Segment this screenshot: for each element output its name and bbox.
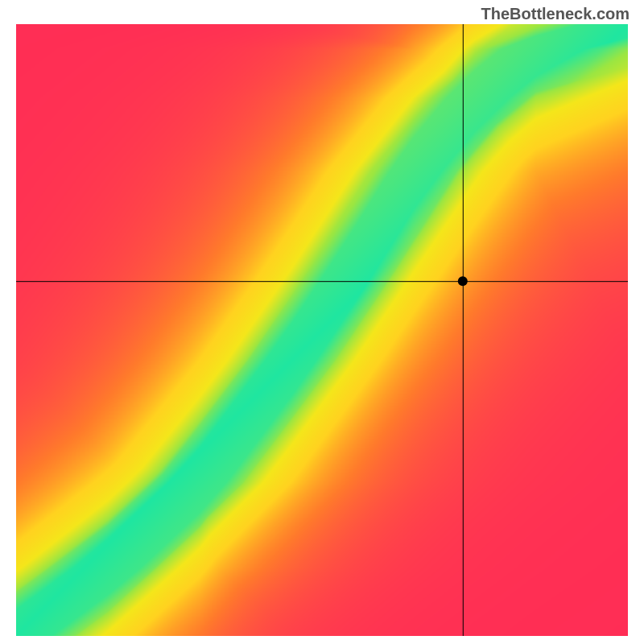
watermark-text: TheBottleneck.com [481,5,630,23]
heatmap-canvas [16,24,628,636]
plot-area [16,24,628,636]
chart-container: TheBottleneck.com [0,0,644,644]
